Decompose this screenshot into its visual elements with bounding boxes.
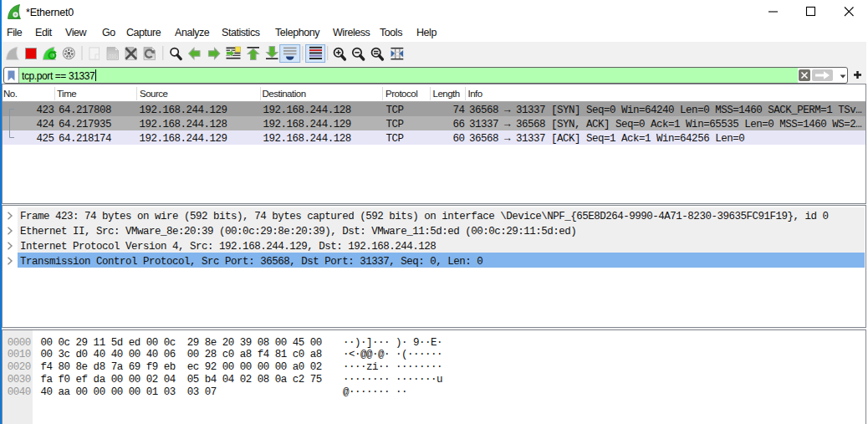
- svg-text:010: 010: [109, 54, 116, 59]
